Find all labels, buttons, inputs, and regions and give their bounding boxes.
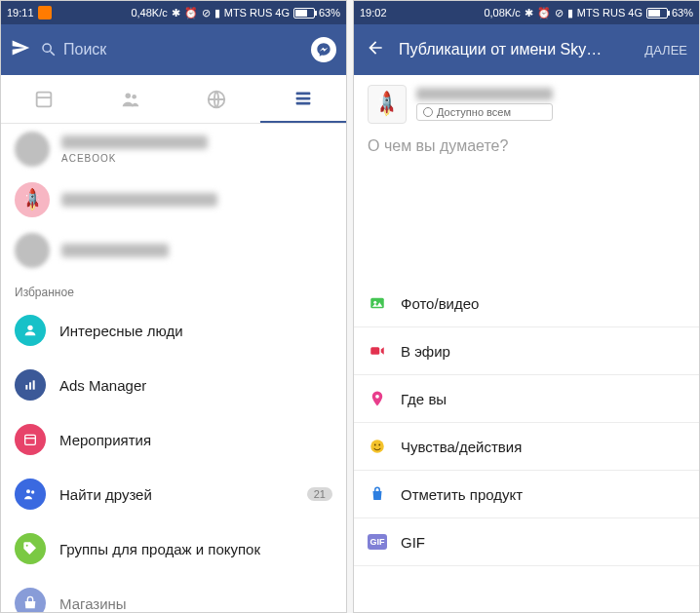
composer-textarea[interactable]: О чем вы думаете?: [354, 124, 699, 280]
dnd-icon: ⊘: [555, 7, 564, 19]
statusbar-time: 19:11: [7, 7, 34, 19]
messenger-icon[interactable]: [311, 37, 336, 62]
fav-label: Интересные люди: [59, 323, 183, 339]
svg-point-18: [373, 301, 376, 304]
dnd-icon: ⊘: [202, 7, 211, 19]
shop-icon: [15, 588, 46, 613]
live-icon: [368, 341, 387, 361]
fav-ads-manager[interactable]: Ads Manager: [1, 358, 346, 412]
phone-right: 19:02 0,08K/c ✱ ⏰ ⊘ ▮ MTS RUS 4G 63% Пуб…: [353, 0, 700, 613]
visibility-chip[interactable]: Доступно всем: [416, 103, 553, 121]
opt-label: Отметить продукт: [401, 486, 523, 503]
list-item[interactable]: ACEBOOK: [1, 124, 346, 174]
statusbar-battery-pct: 63%: [319, 7, 340, 19]
gif-icon: GIF: [368, 532, 387, 552]
tab-world[interactable]: [174, 75, 260, 123]
opt-tag-product[interactable]: Отметить продукт: [354, 471, 699, 518]
statusbar-carrier: MTS RUS 4G: [224, 7, 290, 19]
fav-label: Найти друзей: [59, 486, 152, 503]
statusbar-speed: 0,08K/c: [484, 7, 520, 19]
opt-go-live[interactable]: В эфир: [354, 327, 699, 375]
svg-rect-0: [37, 92, 52, 106]
blurred-text: [61, 135, 208, 149]
opt-photo-video[interactable]: Фото/видео: [354, 280, 699, 327]
fav-label: Группы для продаж и покупок: [59, 541, 260, 557]
signal-icon: ▮: [567, 7, 573, 19]
calendar-icon: [15, 424, 46, 455]
fav-interesting-people[interactable]: Интересные люди: [1, 303, 346, 358]
bars-icon: [15, 369, 46, 401]
opt-label: Фото/видео: [401, 295, 479, 312]
opt-label: Чувства/действия: [401, 439, 522, 455]
statusbar-right: 19:02 0,08K/c ✱ ⏰ ⊘ ▮ MTS RUS 4G 63%: [354, 1, 699, 24]
page-title: Публикации от имени Sky…: [399, 41, 631, 58]
fav-find-friends[interactable]: Найти друзей 21: [1, 467, 346, 521]
svg-rect-12: [25, 435, 36, 444]
opt-feelings[interactable]: Чувства/действия: [354, 423, 699, 471]
svg-rect-11: [33, 380, 35, 389]
list-item[interactable]: [1, 225, 346, 276]
opt-label: Где вы: [401, 391, 447, 407]
tabstrip: [1, 75, 346, 124]
statusbar-carrier: MTS RUS 4G: [577, 7, 642, 19]
opt-location[interactable]: Где вы: [354, 375, 699, 423]
svg-point-21: [374, 444, 376, 446]
search-input[interactable]: Поиск: [40, 41, 301, 58]
fav-events[interactable]: Мероприятия: [1, 412, 346, 467]
fav-label: Ads Manager: [59, 377, 146, 394]
svg-point-20: [370, 440, 384, 453]
composer-header: 🚀 Доступно всем: [354, 75, 699, 124]
blurred-text: [416, 88, 553, 100]
svg-point-3: [132, 94, 136, 98]
phone-left: 19:11 0,48K/c ✱ ⏰ ⊘ ▮ MTS RUS 4G 63% Пои…: [0, 0, 347, 613]
bluetooth-icon: ✱: [525, 7, 533, 19]
section-favorites: Избранное: [1, 276, 346, 303]
send-icon[interactable]: [11, 38, 30, 61]
opt-gif[interactable]: GIF GIF: [354, 518, 699, 566]
alarm-icon: ⏰: [184, 7, 198, 19]
svg-point-22: [378, 444, 380, 446]
pin-icon: [368, 389, 387, 408]
actionbar-left: Поиск: [1, 24, 346, 75]
signal-icon: ▮: [214, 7, 220, 19]
tab-friends[interactable]: [88, 75, 175, 123]
battery-icon: [293, 8, 315, 19]
svg-point-15: [31, 490, 34, 493]
fav-shops[interactable]: Магазины: [1, 576, 346, 613]
list-item[interactable]: 🚀: [1, 174, 346, 225]
statusbar-left: 19:11 0,48K/c ✱ ⏰ ⊘ ▮ MTS RUS 4G 63%: [1, 1, 346, 24]
blurred-text: [61, 244, 169, 257]
statusbar-speed: 0,48K/c: [131, 7, 167, 19]
next-button[interactable]: ДАЛЕЕ: [644, 43, 687, 57]
svg-rect-7: [295, 101, 310, 104]
back-icon[interactable]: [366, 38, 385, 61]
blurred-text: [61, 193, 217, 207]
friends-icon: [15, 479, 46, 510]
svg-point-14: [26, 489, 30, 493]
page-avatar: 🚀: [368, 85, 407, 124]
avatar-rocket: 🚀: [15, 182, 50, 217]
fav-sale-groups[interactable]: Группы для продаж и покупок: [1, 521, 346, 576]
statusbar-time: 19:02: [360, 7, 387, 19]
photo-icon: [368, 293, 387, 313]
opt-label: В эфир: [401, 343, 450, 360]
svg-rect-10: [29, 382, 31, 389]
tag-icon: [15, 533, 46, 564]
svg-point-2: [125, 93, 131, 98]
avatar: [15, 233, 50, 268]
tab-feed[interactable]: [1, 75, 88, 123]
svg-rect-6: [295, 96, 310, 99]
person-pin-icon: [15, 315, 46, 346]
actionbar-right: Публикации от имени Sky… ДАЛЕЕ: [354, 24, 699, 75]
alarm-icon: ⏰: [537, 7, 551, 19]
svg-rect-19: [370, 347, 379, 355]
badge-count: 21: [307, 487, 332, 501]
bluetooth-icon: ✱: [172, 7, 180, 19]
svg-rect-5: [295, 92, 310, 95]
smiley-icon: [368, 437, 387, 456]
svg-point-8: [27, 326, 32, 330]
opt-label: GIF: [401, 534, 425, 551]
tab-menu[interactable]: [260, 75, 347, 123]
statusbar-battery-pct: 63%: [672, 7, 693, 19]
battery-icon: [646, 8, 668, 19]
